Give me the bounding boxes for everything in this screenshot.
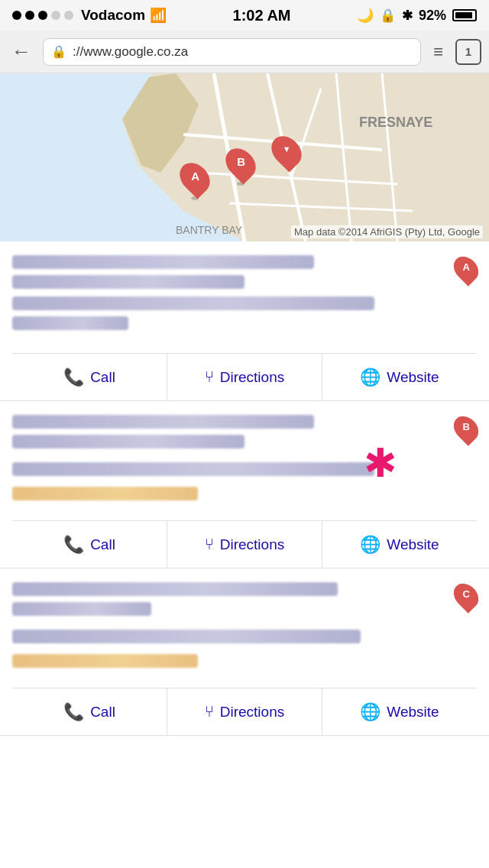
result-c-rating — [12, 654, 198, 668]
battery-icon — [452, 9, 477, 21]
result-b-line1 — [12, 415, 314, 429]
back-button[interactable]: ← — [8, 40, 35, 63]
result-item-a: A 📞 Call ⑂ Directions 🌐 Website — [0, 241, 489, 401]
result-item-b: B ✱ 📞 Call ⑂ Directions 🌐 Website — [0, 401, 489, 568]
carrier-label: Vodacom — [81, 7, 145, 24]
call-button-b[interactable]: 📞 Call — [12, 521, 167, 568]
result-c-actions: 📞 Call ⑂ Directions 🌐 Website — [12, 688, 477, 735]
directions-button-a[interactable]: ⑂ Directions — [167, 354, 322, 400]
moon-icon: 🌙 — [357, 7, 374, 24]
pin-label-c: C — [462, 588, 469, 600]
pin-label-a: A — [462, 261, 469, 273]
lock-status-icon: 🔒 — [380, 8, 396, 24]
map-copyright: Map data ©2014 AfriGIS (Pty) Ltd, Google — [291, 225, 483, 238]
call-label-a: Call — [90, 369, 115, 386]
call-label-c: Call — [90, 704, 115, 721]
result-a-line1 — [12, 255, 314, 269]
map-container[interactable]: FRESNAYE BANTRY BAY ▼ A B Map data ©2014… — [0, 73, 489, 241]
phone-icon-b: 📞 — [63, 535, 84, 555]
result-b-line2 — [12, 435, 244, 449]
website-button-a[interactable]: 🌐 Website — [322, 354, 477, 400]
dot-5 — [64, 11, 73, 20]
result-c-line3 — [12, 630, 361, 643]
dot-4 — [51, 11, 60, 20]
wifi-icon: 📶 — [150, 7, 167, 24]
result-pin-c: C — [449, 578, 483, 613]
website-button-b[interactable]: 🌐 Website — [322, 521, 477, 568]
pin-letter-top: ▼ — [283, 144, 291, 154]
phone-icon-a: 📞 — [63, 368, 84, 387]
directions-icon-a: ⑂ — [205, 368, 214, 386]
battery-indicator — [452, 9, 477, 21]
battery-fill — [455, 12, 472, 18]
map-pin-top: ▼ — [274, 134, 300, 168]
call-button-a[interactable]: 📞 Call — [12, 354, 167, 400]
globe-icon-a: 🌐 — [360, 368, 381, 387]
browser-bar: ← 🔒 ://www.google.co.za ≡ 1 — [0, 31, 489, 73]
ssl-lock-icon: 🔒 — [51, 44, 66, 59]
call-label-b: Call — [90, 536, 115, 553]
asterisk-badge: ✱ — [364, 443, 397, 483]
result-marker-c: C — [455, 582, 477, 610]
pin-label-b: B — [462, 421, 469, 432]
pin-letter-b: B — [237, 155, 245, 168]
result-item-c: C 📞 Call ⑂ Directions 🌐 Website — [0, 568, 489, 736]
svg-text:FRESNAYE: FRESNAYE — [359, 115, 432, 130]
bluetooth-icon: ✱ — [402, 8, 413, 24]
globe-icon-c: 🌐 — [360, 702, 381, 722]
globe-icon-b: 🌐 — [360, 535, 381, 555]
website-button-c[interactable]: 🌐 Website — [322, 688, 477, 735]
menu-button[interactable]: ≡ — [429, 37, 448, 66]
status-bar: Vodacom 📶 1:02 AM 🌙 🔒 ✱ 92% — [0, 0, 489, 31]
directions-button-c[interactable]: ⑂ Directions — [167, 688, 322, 735]
result-a-line2 — [12, 275, 244, 289]
result-pin-a: A — [449, 251, 483, 286]
time-display: 1:02 AM — [233, 7, 291, 24]
signal-dots — [12, 11, 73, 20]
url-text[interactable]: ://www.google.co.za — [73, 44, 413, 60]
results-list: A 📞 Call ⑂ Directions 🌐 Website — [0, 241, 489, 736]
directions-label-b: Directions — [220, 536, 284, 553]
directions-icon-b: ⑂ — [205, 536, 214, 553]
website-label-a: Website — [387, 369, 439, 386]
directions-label-c: Directions — [220, 704, 284, 721]
status-right: 🌙 🔒 ✱ 92% — [357, 7, 477, 24]
result-pin-b: B — [449, 411, 483, 445]
call-button-c[interactable]: 📞 Call — [12, 688, 167, 735]
map-pin-b: B — [228, 147, 254, 186]
result-b-rating — [12, 487, 198, 500]
website-label-b: Website — [387, 536, 439, 553]
result-c-line1 — [12, 582, 338, 596]
tabs-button[interactable]: 1 — [455, 39, 481, 65]
result-a-actions: 📞 Call ⑂ Directions 🌐 Website — [12, 353, 477, 400]
map-pin-a: A — [182, 161, 208, 200]
directions-icon-c: ⑂ — [205, 703, 214, 721]
svg-text:BANTRY BAY: BANTRY BAY — [176, 224, 243, 236]
result-a-line4 — [12, 316, 128, 330]
pin-letter-a: A — [191, 170, 199, 183]
dot-3 — [38, 11, 47, 20]
result-marker-a: A — [455, 255, 477, 283]
website-label-c: Website — [387, 704, 439, 721]
dot-2 — [25, 11, 34, 20]
dot-1 — [12, 11, 21, 20]
result-b-line3 — [12, 462, 374, 476]
directions-button-b[interactable]: ⑂ Directions — [167, 521, 322, 568]
result-c-line2 — [12, 602, 151, 616]
result-a-line3 — [12, 296, 374, 310]
result-b-actions: 📞 Call ⑂ Directions 🌐 Website — [12, 520, 477, 568]
tab-count: 1 — [465, 45, 471, 58]
result-marker-b: B — [455, 415, 477, 442]
phone-icon-c: 📞 — [63, 702, 84, 722]
status-left: Vodacom 📶 — [12, 7, 167, 24]
directions-label-a: Directions — [220, 369, 284, 386]
battery-percent: 92% — [419, 8, 446, 24]
url-bar[interactable]: 🔒 ://www.google.co.za — [43, 38, 421, 66]
